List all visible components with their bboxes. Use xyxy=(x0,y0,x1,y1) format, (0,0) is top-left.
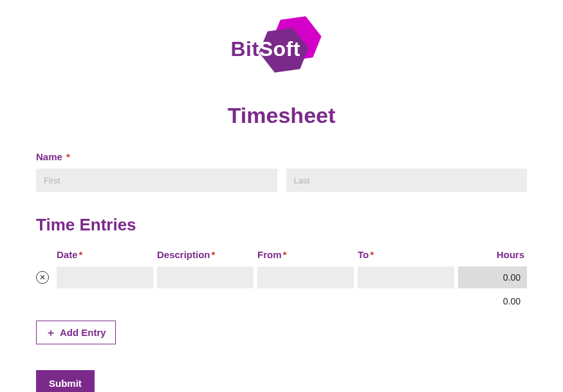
col-from: From* xyxy=(257,249,354,266)
remove-entry-button[interactable]: ✕ xyxy=(36,271,49,284)
logo-soft: Soft xyxy=(259,37,300,61)
page-title: Timesheet xyxy=(36,103,527,128)
submit-button[interactable]: Submit xyxy=(36,370,95,392)
add-entry-label: Add Entry xyxy=(60,327,106,338)
entry-date-input[interactable] xyxy=(57,266,153,288)
first-name-input[interactable] xyxy=(36,169,277,192)
logo-bit: Bit xyxy=(231,37,259,61)
required-marker: * xyxy=(66,151,70,162)
add-entry-button[interactable]: ＋ Add Entry xyxy=(36,321,116,344)
col-to: To* xyxy=(358,249,454,266)
entries-total: 0.00 xyxy=(36,288,527,306)
col-description: Description* xyxy=(157,249,254,266)
logo: BitSoft xyxy=(36,0,527,85)
entry-to-input[interactable] xyxy=(358,266,454,288)
plus-icon: ＋ xyxy=(46,328,56,338)
time-entries-heading: Time Entries xyxy=(36,215,527,235)
col-hours: Hours xyxy=(458,249,527,266)
name-label-text: Name xyxy=(36,151,62,162)
close-icon: ✕ xyxy=(39,274,46,281)
name-label: Name * xyxy=(36,151,527,162)
entry-from-input[interactable] xyxy=(257,266,354,288)
last-name-input[interactable] xyxy=(286,169,528,192)
entry-description-input[interactable] xyxy=(157,266,254,288)
entry-hours-value: 0.00 xyxy=(458,266,527,288)
col-date: Date* xyxy=(57,249,153,266)
logo-text: BitSoft xyxy=(231,37,300,61)
